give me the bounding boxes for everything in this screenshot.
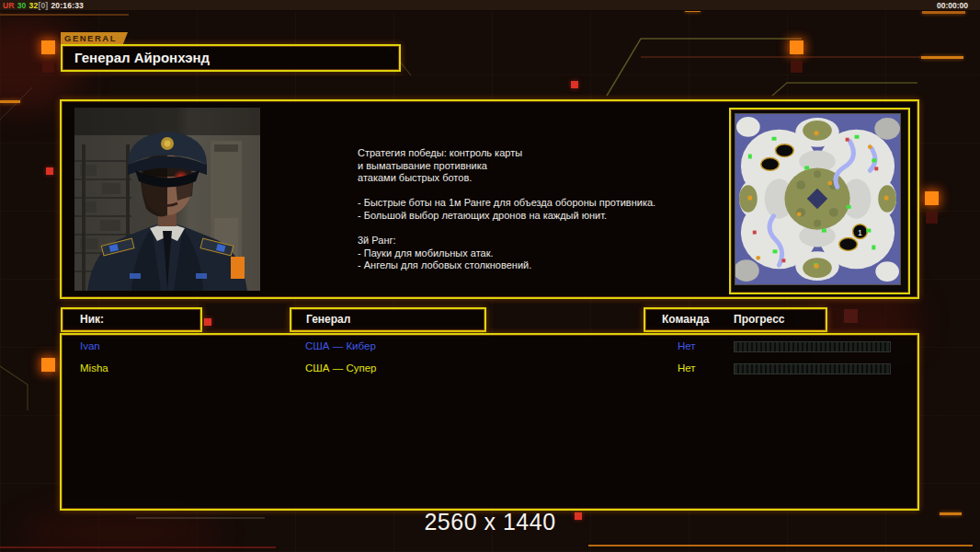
decor-square	[46, 167, 53, 175]
status-clock: 20:16:33	[51, 1, 84, 10]
player-general: США — Супер	[305, 362, 376, 374]
page-title: Генерал Айронхэнд	[63, 46, 399, 69]
player-team: Нет	[678, 340, 696, 351]
status-part: 30	[17, 1, 27, 10]
map-preview-image: 1	[735, 114, 900, 284]
general-title-box: Генерал Айронхэнд	[61, 44, 401, 72]
strategy-description: Стратегия победы: контроль карты и вымат…	[358, 147, 675, 272]
header-nick: Ник:	[61, 307, 202, 332]
decor-square	[926, 212, 938, 224]
players-panel: Ivan США — Кибер Нет Misha США — Супер Н…	[60, 333, 919, 511]
resolution-label: 2560 x 1440	[0, 509, 980, 535]
decor-dash	[0, 100, 20, 103]
status-part: [0]	[38, 1, 48, 10]
player-row: Ivan США — Кибер Нет	[62, 337, 917, 359]
player-progress-bar	[734, 363, 891, 374]
game-lobby-screen: UR3032[0]20:16:33 00:00:00 GENERAL Генер…	[0, 0, 980, 552]
map-preview: 1	[729, 108, 910, 294]
decor-square	[204, 318, 211, 326]
decor-square	[844, 309, 858, 323]
player-row: Misha США — Супер Нет	[62, 359, 917, 381]
header-general: Генерал	[290, 307, 486, 332]
header-team-label: Команда	[662, 309, 709, 330]
header-team-progress: Команда Прогресс	[644, 307, 827, 332]
match-timer: 00:00:00	[937, 1, 968, 10]
player-team: Нет	[678, 362, 696, 374]
status-part: UR	[3, 1, 15, 10]
player-progress-bar	[734, 341, 891, 352]
player-nick: Misha	[80, 362, 108, 374]
top-status-bar: UR3032[0]20:16:33 00:00:00	[0, 0, 980, 11]
status-readout: UR3032[0]20:16:33	[3, 1, 86, 10]
decor-square	[571, 81, 578, 88]
decor-square	[41, 358, 55, 372]
header-progress-label: Прогресс	[734, 309, 784, 330]
decor-square	[42, 61, 54, 73]
briefing-panel: Стратегия победы: контроль карты и вымат…	[60, 99, 919, 299]
header-nick-label: Ник:	[63, 309, 200, 330]
header-general-label: Генерал	[291, 309, 484, 330]
decor-square	[41, 40, 55, 54]
map-frame: 1	[735, 113, 901, 285]
map-start-position-1: 1	[858, 228, 862, 237]
general-portrait-image	[74, 108, 260, 291]
player-nick: Ivan	[80, 340, 100, 351]
decor-dash	[921, 56, 963, 59]
decor-square	[791, 61, 803, 73]
decor-square	[925, 191, 939, 205]
decor-dash	[922, 11, 965, 14]
tab-general[interactable]: GENERAL	[61, 32, 128, 44]
status-part: 32	[29, 1, 39, 10]
player-general: США — Кибер	[305, 340, 376, 351]
decor-square	[790, 40, 803, 54]
